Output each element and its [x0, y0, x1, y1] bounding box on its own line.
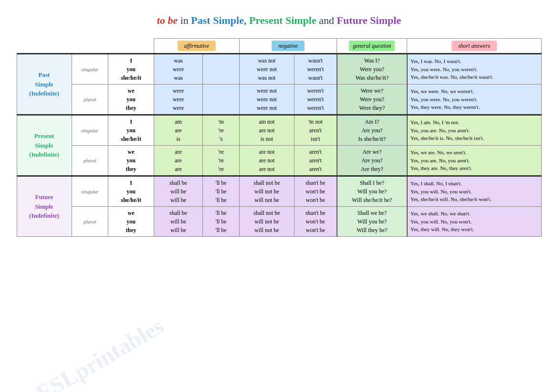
future-plural-pronouns: weyouthey [108, 207, 154, 237]
past-singular-affirmative: was were was [154, 54, 203, 85]
future-singular-aff-short: 'll be 'll be 'll be [203, 176, 240, 207]
future-singular-pronouns: Iyoushe/he/it [108, 176, 154, 207]
past-singular-neg-short: wasn't weren't wasn't [294, 54, 337, 85]
future-plural-gen-q: Shall we be? Will you be? Will they be? [337, 207, 407, 237]
past-singular-row: PastSimple(Indefinite) singular Iyoushe/… [17, 54, 541, 85]
title-past: Past Simple, [191, 14, 246, 26]
present-plural-affirmative: are are are [154, 146, 203, 176]
past-plural-pronouns: weyouthey [108, 85, 154, 115]
past-plural-short-ans: Yes, we were. No, we weren't. Yes, you w… [407, 85, 541, 115]
present-singular-affirmative: am are is [154, 115, 203, 146]
header-negative: negative [239, 39, 337, 54]
present-singular-short-ans: Yes, I am. No, I 'm not. Yes, you are. N… [407, 115, 541, 146]
future-singular-number: singular [72, 176, 108, 207]
present-plural-neg-short: aren't aren't aren't [294, 146, 337, 176]
past-singular-gen-q: Was I? Were you? Was she/he/it? [337, 54, 407, 85]
title-and: and [319, 14, 334, 26]
title-in: in [180, 14, 191, 26]
present-singular-neg-short: 'm not aren't isn't [294, 115, 337, 146]
past-singular-short-ans: Yes, I was. No, I wasn't. Yes, you were.… [407, 54, 541, 85]
future-tense-label: FutureSimple(Indefinite) [17, 176, 72, 237]
future-plural-short-ans: Yes, we shall. No, we shan't. Yes, you w… [407, 207, 541, 237]
title-present: Present Simple [249, 14, 316, 26]
present-plural-pronouns: weyouthey [108, 146, 154, 176]
past-singular-aff-short [203, 54, 240, 85]
past-plural-gen-q: Were we? Were you? Were they? [337, 85, 407, 115]
past-plural-affirmative: were were were [154, 85, 203, 115]
present-plural-row: plural weyouthey are are are 're 're 're… [17, 146, 541, 176]
present-plural-negative: are not are not are not [239, 146, 294, 176]
past-singular-number: singular [72, 54, 108, 85]
header-general-question: general question [337, 39, 407, 54]
column-headers: affirmative negative general question sh… [17, 39, 541, 54]
past-plural-negative: were not were not were not [239, 85, 294, 115]
future-singular-gen-q: Shall I be? Will you be? Will she/he/it … [337, 176, 407, 207]
watermark: ESLprintables [32, 313, 168, 392]
grammar-table: affirmative negative general question sh… [17, 38, 542, 237]
present-singular-negative: am not are not is not [239, 115, 294, 146]
future-singular-negative: shall not be will not be will not be [239, 176, 294, 207]
present-singular-number: singular [72, 115, 108, 146]
future-plural-aff-short: 'll be 'll be 'll be [203, 207, 240, 237]
present-singular-gen-q: Am I? Are you? Is she/he/it? [337, 115, 407, 146]
future-plural-neg-short: shan't be won't be won't be [294, 207, 337, 237]
future-plural-number: plural [72, 207, 108, 237]
present-plural-short-ans: Yes, we are. No, we aren't. Yes, you are… [407, 146, 541, 176]
future-plural-negative: shall not be will not be will not be [239, 207, 294, 237]
future-singular-short-ans: Yes, I shall. No, I shan't. Yes, you wil… [407, 176, 541, 207]
past-singular-negative: was not were not was not [239, 54, 294, 85]
title-future: Future Simple [337, 14, 401, 26]
present-singular-aff-short: 'm 're 's [203, 115, 240, 146]
page-title: to be in Past Simple, Present Simple and… [157, 14, 401, 27]
past-plural-number: plural [72, 85, 108, 115]
present-plural-aff-short: 're 're 're [203, 146, 240, 176]
present-plural-gen-q: Are we? Are you? Are they? [337, 146, 407, 176]
past-tense-label: PastSimple(Indefinite) [17, 54, 72, 115]
present-singular-row: PresentSimple(Indefinite) singular Iyous… [17, 115, 541, 146]
past-plural-row: plural weyouthey were were were were not… [17, 85, 541, 115]
future-plural-affirmative: shall be will be will be [154, 207, 203, 237]
future-singular-row: FutureSimple(Indefinite) singular Iyoush… [17, 176, 541, 207]
present-plural-number: plural [72, 146, 108, 176]
header-short-answers: short answers [407, 39, 541, 54]
present-singular-pronouns: Iyoushe/he/it [108, 115, 154, 146]
present-tense-label: PresentSimple(Indefinite) [17, 115, 72, 176]
future-plural-row: plural weyouthey shall be will be will b… [17, 207, 541, 237]
header-affirmative: affirmative [154, 39, 240, 54]
past-singular-pronouns: Iyoushe/he/it [108, 54, 154, 85]
past-plural-aff-short [203, 85, 240, 115]
future-singular-affirmative: shall be will be will be [154, 176, 203, 207]
future-singular-neg-short: shan't be won't be won't be [294, 176, 337, 207]
title-tobe: to be [157, 14, 178, 26]
past-plural-neg-short: weren't weren't weren't [294, 85, 337, 115]
